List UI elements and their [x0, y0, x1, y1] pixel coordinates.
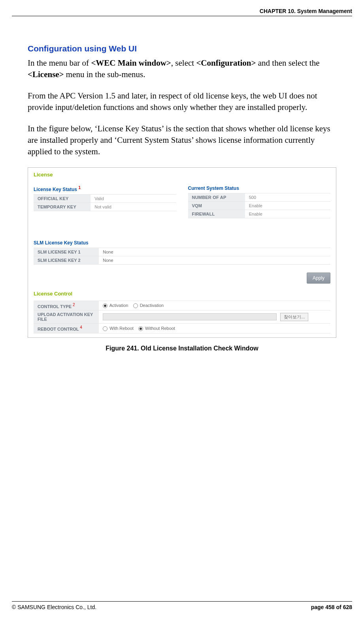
p1-mid: , select [171, 58, 196, 68]
license-control-table: CONTROL TYPE 2 Activation Deactivation U… [34, 301, 330, 333]
key-cell: NUMBER OF AP [188, 193, 245, 201]
license-key-status-table: OFFICIAL KEY Valid TEMPORARY KEY Not val… [34, 194, 176, 211]
table-row: SLM LICENSE KEY 1 None [34, 248, 330, 256]
lks-title-text: License Key Status [34, 187, 77, 192]
paragraph-2: From the APC Version 1.5 and later, in r… [28, 90, 336, 114]
table-row: NUMBER OF AP 500 [188, 193, 331, 201]
radio-icon[interactable] [133, 303, 138, 308]
page-header: CHAPTER 10. System Management [12, 8, 352, 16]
val-cell: Enable [245, 201, 330, 210]
license-control-title: License Control [34, 291, 330, 297]
reboot-control-sup: 4 [80, 325, 82, 329]
radio-label-deactivation: Deactivation [140, 303, 164, 308]
key-cell: SLM LICENSE KEY 1 [34, 248, 99, 256]
key-cell: SLM LICENSE KEY 2 [34, 256, 99, 264]
paragraph-1: In the menu bar of <WEC Main window>, se… [28, 57, 336, 81]
table-row: SLM LICENSE KEY 2 None [34, 256, 330, 264]
table-row: CONTROL TYPE 2 Activation Deactivation [34, 301, 330, 310]
slm-table: SLM LICENSE KEY 1 None SLM LICENSE KEY 2… [34, 248, 330, 265]
browse-button[interactable]: 찾아보기... [280, 313, 308, 321]
table-row: OFFICIAL KEY Valid [34, 194, 176, 203]
table-row: TEMPORARY KEY Not valid [34, 203, 176, 211]
radio-label-without-reboot: Without Reboot [145, 326, 175, 331]
p1-pre: In the menu bar of [28, 58, 91, 68]
key-cell: CONTROL TYPE 2 [34, 301, 99, 310]
figure-caption: Figure 241. Old License Installation Che… [28, 345, 336, 352]
val-cell: With Reboot Without Reboot [99, 324, 330, 333]
chapter-label: CHAPTER 10. System Management [260, 8, 352, 14]
current-system-status-title: Current System Status [188, 186, 331, 191]
license-key-status-title: License Key Status 1 [34, 186, 176, 192]
page-footer: © SAMSUNG Electronics Co., Ltd. page 458… [12, 601, 352, 610]
key-cell: VQM [188, 201, 245, 210]
reboot-control-label: REBOOT CONTROL [38, 327, 79, 331]
panel-title: License [34, 172, 330, 178]
apply-row: Apply [34, 273, 330, 284]
footer-page: page 458 of 628 [311, 604, 352, 610]
radio-icon[interactable] [103, 326, 108, 331]
p1-post: menu in the sub-menus. [64, 70, 145, 79]
key-cell: OFFICIAL KEY [34, 194, 91, 203]
p1-bold2: <Configuration> [196, 58, 256, 68]
current-system-status-table: NUMBER OF AP 500 VQM Enable FIREWALL Ena… [188, 193, 331, 218]
section-title: Configuration using Web UI [28, 44, 336, 53]
license-figure: License License Key Status 1 OFFICIAL KE… [28, 167, 336, 338]
footer-copyright: © SAMSUNG Electronics Co., Ltd. [12, 604, 96, 610]
key-cell: UPLOAD ACTIVATION KEY FILE [34, 310, 99, 324]
val-cell: Valid [91, 194, 176, 203]
table-row: UPLOAD ACTIVATION KEY FILE 찾아보기... [34, 310, 330, 324]
key-cell: FIREWALL [188, 210, 245, 218]
slm-title: SLM License Key Status [34, 240, 330, 246]
page-body: Configuration using Web UI In the menu b… [12, 44, 352, 352]
table-row: REBOOT CONTROL 4 With Reboot Without Reb… [34, 324, 330, 333]
key-cell: TEMPORARY KEY [34, 203, 91, 211]
license-key-status-col: License Key Status 1 OFFICIAL KEY Valid … [34, 182, 176, 218]
p1-bold1: <WEC Main window> [91, 58, 171, 68]
p1-bold3: <License> [28, 70, 64, 79]
val-cell: None [99, 248, 330, 256]
status-columns: License Key Status 1 OFFICIAL KEY Valid … [34, 182, 330, 218]
lks-sup: 1 [78, 186, 81, 190]
val-cell: 500 [245, 193, 330, 201]
table-row: VQM Enable [188, 201, 331, 210]
upload-file-input[interactable] [103, 313, 277, 320]
val-cell: Not valid [91, 203, 176, 211]
table-row: FIREWALL Enable [188, 210, 331, 218]
key-cell: REBOOT CONTROL 4 [34, 324, 99, 333]
control-type-label: CONTROL TYPE [38, 304, 72, 309]
p1-mid2: and then select the [256, 58, 320, 68]
paragraph-3: In the figure below, ‘License Key Status… [28, 123, 336, 158]
control-type-sup: 2 [73, 303, 75, 307]
radio-label-with-reboot: With Reboot [109, 326, 134, 331]
apply-button[interactable]: Apply [307, 273, 330, 284]
current-system-status-col: Current System Status NUMBER OF AP 500 V… [188, 182, 331, 218]
val-cell: Enable [245, 210, 330, 218]
val-cell: None [99, 256, 330, 264]
val-cell: 찾아보기... [99, 310, 330, 324]
radio-icon[interactable] [138, 326, 143, 331]
radio-icon[interactable] [103, 303, 108, 308]
val-cell: Activation Deactivation [99, 301, 330, 310]
radio-label-activation: Activation [109, 303, 128, 308]
